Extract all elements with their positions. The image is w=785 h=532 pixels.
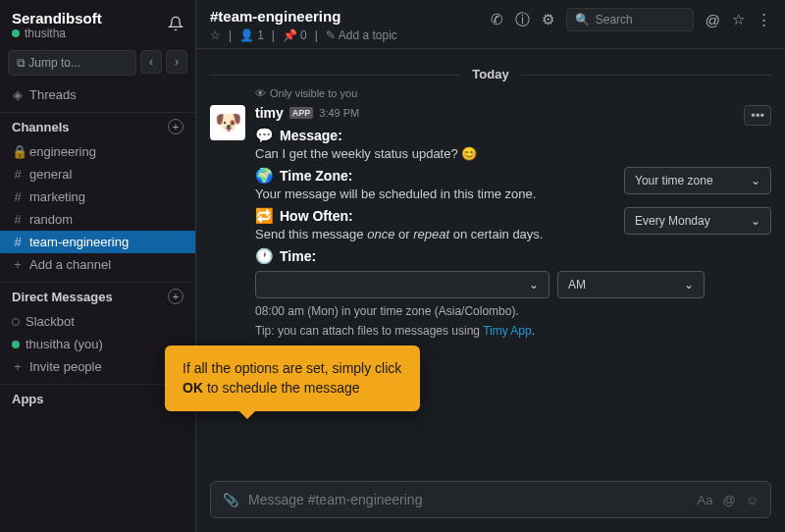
howoften-field-label: How Often: xyxy=(280,208,353,224)
channels-section-header[interactable]: Channels + xyxy=(0,113,195,140)
threads-link[interactable]: ◈Threads xyxy=(0,83,195,106)
chevron-down-icon: ⌄ xyxy=(684,278,694,292)
star-button[interactable]: ☆ xyxy=(210,28,221,42)
jump-to-input[interactable]: ⧉ Jump to... xyxy=(8,50,136,76)
sidebar-dm-Slackbot[interactable]: Slackbot xyxy=(0,310,195,333)
star-header-icon[interactable]: ☆ xyxy=(732,11,745,28)
timezone-select[interactable]: Your time zone⌄ xyxy=(624,167,771,194)
message-actions-button[interactable]: ••• xyxy=(744,105,771,126)
add-channel-icon[interactable]: + xyxy=(168,119,183,134)
composer-input[interactable] xyxy=(248,492,688,507)
sidebar-channel-marketing[interactable]: #marketing xyxy=(0,186,195,208)
message-text: Can I get the weekly status update? 😊 xyxy=(255,146,771,161)
schedule-info: 08:00 am (Mon) in your time zone (Asia/C… xyxy=(255,304,771,318)
channel-header: #team-engineering ☆| 👤 1| 📌 0| ✎ Add a t… xyxy=(196,0,785,49)
history-forward-button[interactable]: › xyxy=(166,50,187,74)
frequency-select[interactable]: Every Monday⌄ xyxy=(624,207,771,235)
call-icon[interactable]: ✆ xyxy=(491,11,503,28)
sidebar-channel-engineering[interactable]: 🔒engineering xyxy=(0,140,195,163)
timestamp: 3:49 PM xyxy=(319,107,359,119)
topic-button[interactable]: ✎ Add a topic xyxy=(326,28,397,42)
visibility-notice: 👁 Only visible to you xyxy=(255,87,771,99)
member-count[interactable]: 👤 1 xyxy=(239,28,264,42)
speech-bubble-icon: 💬 xyxy=(255,127,274,144)
add-channel-link[interactable]: +Add a channel xyxy=(0,253,195,276)
mention-icon[interactable]: @ xyxy=(723,493,736,507)
message-field-label: Message: xyxy=(280,128,342,143)
sidebar-channel-random[interactable]: #random xyxy=(0,208,195,231)
attach-icon[interactable]: 📎 xyxy=(223,493,238,507)
info-icon[interactable]: ⓘ xyxy=(515,11,530,29)
chevron-down-icon: ⌄ xyxy=(529,278,539,292)
chevron-down-icon: ⌄ xyxy=(751,214,760,228)
workspace-header[interactable]: Serandibsoft thusitha xyxy=(0,0,195,50)
clock-icon: 🕐 xyxy=(255,247,274,265)
sidebar-channel-general[interactable]: #general xyxy=(0,163,195,186)
timy-app-link[interactable]: Timy App xyxy=(483,324,532,338)
tip-text: Tip: you can attach files to messages us… xyxy=(255,324,771,338)
sidebar: Serandibsoft thusitha ⧉ Jump to... ‹ › ◈… xyxy=(0,0,196,532)
chevron-down-icon: ⌄ xyxy=(751,174,760,187)
time-ampm-select[interactable]: AM⌄ xyxy=(557,271,705,298)
bell-icon[interactable] xyxy=(168,16,183,35)
sidebar-channel-team-engineering[interactable]: #team-engineering xyxy=(0,231,195,253)
format-icon[interactable]: Aa xyxy=(698,493,713,507)
timezone-text: Your message will be scheduled in this t… xyxy=(255,186,606,201)
sender-name[interactable]: timy xyxy=(255,105,284,121)
channel-name[interactable]: #team-engineering xyxy=(210,8,397,25)
workspace-user: thusitha xyxy=(25,27,66,40)
search-input[interactable]: 🔍 Search xyxy=(566,8,694,31)
timezone-field-label: Time Zone: xyxy=(280,168,352,184)
mentions-icon[interactable]: @ xyxy=(706,12,720,28)
app-badge: APP xyxy=(289,107,314,119)
time-field-label: Time: xyxy=(280,248,316,264)
dms-section-header[interactable]: Direct Messages + xyxy=(0,283,195,310)
repeat-icon: 🔁 xyxy=(255,207,274,225)
onboarding-tooltip: If all the options are set, simply click… xyxy=(165,346,420,411)
date-divider: Today xyxy=(210,67,771,81)
add-dm-icon[interactable]: + xyxy=(168,289,183,304)
howoften-text: Send this message once or repeat on cert… xyxy=(255,227,606,241)
emoji-icon[interactable]: ☺ xyxy=(746,493,759,507)
workspace-name: Serandibsoft xyxy=(12,10,102,27)
time-hour-select[interactable]: ⌄ xyxy=(255,271,550,298)
message-item: 🐶 ••• timy APP 3:49 PM 💬Message: Can I g… xyxy=(210,105,771,378)
settings-icon[interactable]: ⚙ xyxy=(542,11,554,28)
message-composer[interactable]: 📎 Aa @ ☺ xyxy=(210,481,771,518)
more-header-icon[interactable]: ⋮ xyxy=(757,11,771,28)
avatar[interactable]: 🐶 xyxy=(210,105,245,140)
globe-icon: 🌍 xyxy=(255,167,274,185)
pin-count[interactable]: 📌 0 xyxy=(283,28,307,42)
main-panel: #team-engineering ☆| 👤 1| 📌 0| ✎ Add a t… xyxy=(196,0,785,532)
presence-dot-icon xyxy=(12,29,20,37)
history-back-button[interactable]: ‹ xyxy=(140,50,162,74)
